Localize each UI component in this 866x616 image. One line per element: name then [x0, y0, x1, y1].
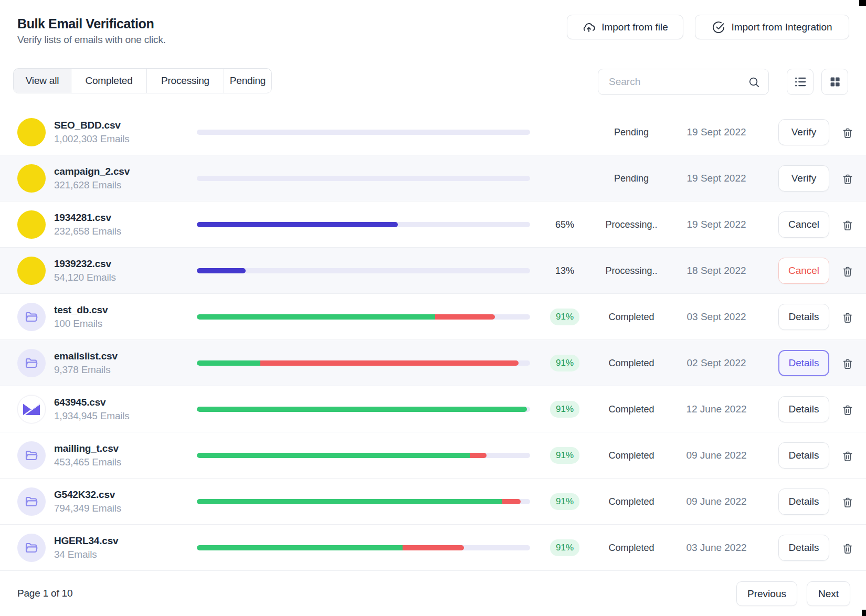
- file-info: mailling_t.csv453,465 Emails: [54, 442, 121, 469]
- import-from-file-button[interactable]: Import from file: [567, 15, 683, 39]
- percent-badge: 91%: [550, 309, 579, 325]
- status-label: Pending: [614, 173, 649, 184]
- trash-icon: [841, 403, 854, 417]
- status-label: Pending: [614, 126, 649, 137]
- delete-button[interactable]: [841, 172, 854, 186]
- file-row: G542K32.csv794,349 Emails91%Completed09 …: [0, 479, 866, 525]
- file-info: campaign_2.csv321,628 Emails: [54, 165, 130, 192]
- date-label: 19 Sept 2022: [687, 126, 746, 138]
- delete-button[interactable]: [841, 264, 854, 278]
- details-button[interactable]: Details: [778, 535, 829, 561]
- file-name: 1934281.csv: [54, 211, 121, 225]
- delete-button[interactable]: [841, 449, 854, 463]
- file-name: 1939232.csv: [54, 257, 116, 271]
- delete-button[interactable]: [841, 495, 854, 509]
- tab-completed[interactable]: Completed: [71, 69, 147, 93]
- folder-icon: [17, 487, 46, 516]
- email-count: 9,378 Emails: [54, 363, 118, 377]
- date-label: 09 June 2022: [686, 450, 746, 461]
- details-button[interactable]: Details: [778, 396, 829, 422]
- screenshot-artifact: [859, 0, 866, 6]
- cancel-button[interactable]: Cancel: [778, 258, 829, 284]
- delete-button[interactable]: [841, 357, 854, 370]
- progress-invalid-segment: [470, 453, 487, 458]
- details-button[interactable]: Details: [778, 350, 829, 376]
- email-count: 232,658 Emails: [54, 225, 121, 238]
- progress-valid-segment: [197, 407, 527, 412]
- next-page-button[interactable]: Next: [807, 581, 850, 606]
- trash-icon: [841, 126, 854, 140]
- delete-button[interactable]: [841, 541, 854, 555]
- email-count: 794,349 Emails: [54, 502, 121, 515]
- file-name: mailling_t.csv: [54, 442, 121, 455]
- page-subtitle: Verify lists of emails with one click.: [17, 34, 166, 46]
- delete-button[interactable]: [841, 311, 854, 324]
- file-row: HGERL34.csv34 Emails91%Completed03 June …: [0, 525, 866, 571]
- screenshot-artifact: [862, 610, 866, 616]
- email-count: 1,934,945 Emails: [54, 409, 130, 423]
- progress-invalid-segment: [260, 360, 519, 366]
- date-label: 02 Sept 2022: [687, 357, 746, 369]
- search-box: [598, 69, 769, 95]
- delete-button[interactable]: [841, 218, 854, 232]
- list-view-toggle[interactable]: [787, 69, 814, 95]
- progress-invalid-segment: [502, 499, 521, 504]
- percent-badge: 91%: [550, 447, 579, 464]
- search-input[interactable]: [609, 69, 751, 94]
- file-row: SEO_BDD.csv1,002,303 EmailsPending19 Sep…: [0, 109, 866, 155]
- verify-button[interactable]: Verify: [778, 165, 829, 192]
- details-button[interactable]: Details: [778, 442, 829, 469]
- status-label: Completed: [608, 311, 654, 322]
- file-row: mailling_t.csv453,465 Emails91%Completed…: [0, 432, 866, 479]
- email-count: 100 Emails: [54, 317, 108, 331]
- percent-badge: 91%: [550, 493, 579, 510]
- pending-file-icon: [17, 257, 46, 285]
- file-info: 643945.csv1,934,945 Emails: [54, 396, 130, 423]
- delete-button[interactable]: [841, 126, 854, 140]
- status-label: Processing..: [605, 265, 657, 276]
- search-icon: [748, 76, 761, 91]
- progress-valid-segment: [197, 314, 435, 320]
- trash-icon: [841, 219, 854, 232]
- trash-icon: [841, 311, 854, 324]
- percent-label: 13%: [555, 265, 574, 276]
- file-row: test_db.csv100 Emails91%Completed03 Sept…: [0, 294, 866, 340]
- date-label: 19 Sept 2022: [687, 173, 746, 184]
- bulk-email-verification-page: Bulk Email Verification Verify lists of …: [0, 0, 866, 616]
- pending-file-icon: [17, 164, 46, 193]
- file-name: G542K32.csv: [54, 488, 121, 502]
- progress-valid-segment: [197, 360, 260, 366]
- verify-button[interactable]: Verify: [778, 119, 829, 145]
- check-circle-icon: [712, 20, 725, 34]
- tab-view-all[interactable]: View all: [14, 69, 71, 93]
- file-info: 1939232.csv54,120 Emails: [54, 257, 116, 284]
- delete-button[interactable]: [841, 403, 854, 417]
- previous-page-button[interactable]: Previous: [736, 581, 797, 606]
- progress-bar: [197, 545, 530, 550]
- progress-bar: [197, 453, 530, 458]
- progress-bar: [197, 360, 530, 366]
- tab-pending[interactable]: Pending: [224, 69, 271, 93]
- status-label: Completed: [608, 403, 654, 415]
- details-button[interactable]: Details: [778, 304, 829, 330]
- page-indicator: Page 1 of 10: [17, 588, 72, 599]
- date-label: 19 Sept 2022: [687, 219, 746, 230]
- progress-valid-segment: [197, 453, 470, 458]
- progress-fill: [197, 268, 246, 273]
- pending-file-icon: [17, 210, 46, 239]
- folder-icon: [17, 441, 46, 470]
- tab-processing[interactable]: Processing: [147, 69, 224, 93]
- progress-fill: [197, 222, 398, 227]
- email-count: 54,120 Emails: [54, 271, 116, 284]
- import-from-integration-button[interactable]: Import from Integration: [695, 15, 849, 39]
- trash-icon: [841, 542, 854, 555]
- date-label: 09 June 2022: [686, 496, 746, 507]
- percent-badge: 91%: [550, 355, 579, 371]
- progress-bar: [197, 407, 530, 412]
- cancel-button[interactable]: Cancel: [778, 211, 829, 238]
- grid-view-toggle[interactable]: [821, 69, 848, 95]
- progress-bar: [197, 314, 530, 320]
- status-label: Processing..: [605, 219, 657, 230]
- details-button[interactable]: Details: [778, 488, 829, 515]
- file-info: 1934281.csv232,658 Emails: [54, 211, 121, 238]
